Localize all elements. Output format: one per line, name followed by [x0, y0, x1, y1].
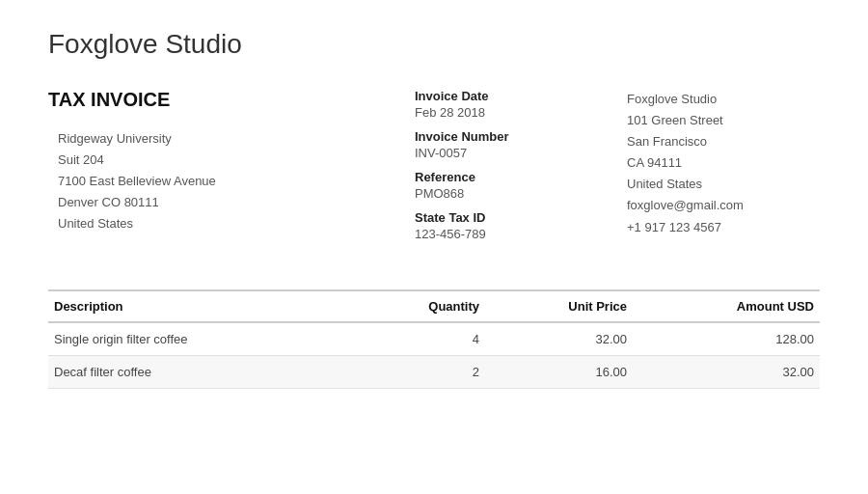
col-amount: Amount USD [633, 290, 820, 322]
app-title: Foxglove Studio [48, 29, 820, 60]
invoice-tax-id-label: State Tax ID [415, 210, 608, 225]
seller-email: foxglove@gmail.com [627, 195, 820, 216]
seller-line2: San Francisco [627, 131, 820, 152]
row-amount: 32.00 [633, 356, 820, 389]
row-amount: 128.00 [633, 322, 820, 356]
billing-country: United States [58, 213, 357, 234]
seller-line3: CA 94111 [627, 152, 820, 174]
row-quantity: 2 [354, 356, 485, 389]
invoice-reference-value: PMO868 [415, 186, 608, 201]
row-description: Decaf filter coffee [48, 356, 354, 389]
billing-line1: Suit 204 [58, 150, 357, 171]
table-row: Decaf filter coffee 2 16.00 32.00 [48, 356, 820, 389]
row-unit-price: 16.00 [485, 356, 633, 389]
billing-line3: Denver CO 80111 [58, 192, 357, 213]
col-quantity: Quantity [354, 290, 485, 322]
invoice-table: Description Quantity Unit Price Amount U… [48, 289, 820, 389]
billing-company: Ridgeway University [58, 128, 357, 150]
row-quantity: 4 [354, 322, 485, 356]
seller-line1: 101 Green Street [627, 110, 820, 131]
invoice-date-value: Feb 28 2018 [415, 105, 608, 120]
invoice-date-label: Invoice Date [415, 89, 608, 103]
col-description: Description [48, 290, 354, 322]
table-row: Single origin filter coffee 4 32.00 128.… [48, 322, 820, 356]
row-unit-price: 32.00 [485, 322, 633, 356]
invoice-tax-id-value: 123-456-789 [415, 227, 608, 241]
seller-country: United States [627, 174, 820, 195]
col-unit-price: Unit Price [485, 290, 633, 322]
invoice-number-value: INV-0057 [415, 146, 608, 160]
invoice-reference-label: Reference [415, 170, 608, 184]
invoice-number-label: Invoice Number [415, 129, 608, 144]
billing-line2: 7100 East Belleview Avenue [58, 171, 357, 192]
tax-invoice-label: TAX INVOICE [48, 89, 357, 111]
row-description: Single origin filter coffee [48, 322, 354, 356]
seller-phone: +1 917 123 4567 [627, 217, 820, 238]
seller-company: Foxglove Studio [627, 89, 820, 110]
